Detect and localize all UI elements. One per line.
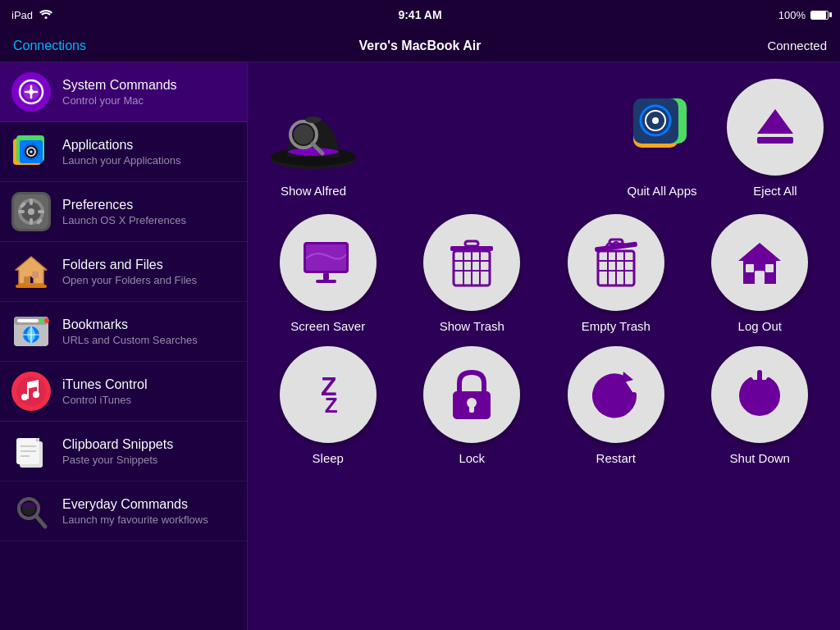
quit-all-apps-button[interactable]: Quit All Apps	[614, 87, 710, 198]
applications-title: Applications	[62, 138, 235, 153]
sidebar-item-bookmarks[interactable]: Bookmarks URLs and Custom Searches	[0, 302, 247, 362]
svg-rect-87	[765, 264, 774, 272]
sleep-icon: Z Z	[280, 346, 377, 443]
sidebar: System Commands Control your Mac	[0, 62, 248, 630]
bookmarks-subtitle: URLs and Custom Searches	[62, 334, 235, 346]
sidebar-item-everyday[interactable]: Everyday Commands Launch my favourite wo…	[0, 482, 247, 541]
svg-point-60	[652, 117, 659, 124]
svg-rect-66	[323, 273, 329, 280]
svg-rect-64	[306, 244, 346, 271]
svg-line-46	[36, 516, 45, 527]
svg-point-9	[30, 151, 33, 153]
svg-point-29	[44, 318, 49, 323]
command-grid-row2: Z Z Sleep	[264, 346, 824, 465]
svg-rect-67	[316, 280, 336, 283]
restart-button[interactable]: Restart	[552, 346, 680, 465]
sidebar-item-folders[interactable]: Folders and Files Open your Folders and …	[0, 242, 247, 302]
sleep-button[interactable]: Z Z Sleep	[264, 346, 392, 465]
applications-text: Applications Launch your Applications	[62, 138, 235, 167]
sidebar-item-clipboard[interactable]: Clipboard Snippets Paste your Snippets	[0, 422, 247, 482]
quit-all-apps-icon	[614, 87, 710, 176]
svg-point-35	[21, 394, 28, 400]
svg-point-51	[294, 125, 313, 144]
shut-down-label: Shut Down	[730, 451, 790, 465]
show-trash-button[interactable]: Show Trash	[409, 214, 536, 333]
shut-down-icon	[711, 346, 808, 443]
empty-trash-button[interactable]: Empty Trash	[552, 214, 680, 333]
svg-point-47	[20, 503, 38, 508]
log-out-icon	[711, 214, 808, 311]
bookmarks-text: Bookmarks URLs and Custom Searches	[62, 317, 235, 346]
sleep-label: Sleep	[313, 451, 344, 465]
applications-icon	[11, 132, 51, 171]
lock-icon	[423, 346, 520, 443]
system-commands-icon	[11, 72, 51, 112]
svg-marker-61	[757, 109, 793, 134]
svg-rect-90	[469, 404, 474, 413]
connection-status: Connected	[767, 39, 827, 52]
everyday-subtitle: Launch my favourite workflows	[62, 514, 235, 526]
eject-all-button[interactable]: Eject All	[727, 79, 824, 198]
shut-down-button[interactable]: Shut Down	[696, 346, 824, 465]
everyday-title: Everyday Commands	[62, 497, 235, 512]
svg-rect-15	[30, 218, 33, 225]
screen-saver-icon	[280, 214, 377, 311]
svg-rect-16	[18, 210, 25, 213]
preferences-icon	[11, 192, 51, 231]
status-left: iPad	[11, 9, 52, 21]
empty-trash-icon	[568, 214, 664, 311]
svg-rect-37	[27, 389, 29, 399]
sidebar-item-itunes[interactable]: iTunes Control Control iTunes	[0, 362, 247, 422]
everyday-text: Everyday Commands Launch my favourite wo…	[62, 497, 235, 526]
show-alfred-button[interactable]: Show Alfred	[264, 87, 363, 198]
sidebar-item-applications[interactable]: Applications Launch your Applications	[0, 122, 247, 182]
eject-all-icon	[727, 79, 824, 176]
svg-point-34	[16, 377, 46, 406]
wifi-icon	[39, 9, 52, 21]
itunes-text: iTunes Control Control iTunes	[62, 377, 235, 406]
svg-marker-20	[16, 257, 47, 286]
itunes-icon	[11, 372, 51, 411]
restart-icon	[568, 346, 664, 443]
everyday-icon	[11, 491, 51, 531]
bookmarks-title: Bookmarks	[62, 317, 235, 332]
itunes-subtitle: Control iTunes	[62, 394, 235, 406]
itunes-title: iTunes Control	[62, 377, 235, 392]
lock-label: Lock	[459, 451, 485, 465]
status-right: 100%	[778, 9, 829, 21]
svg-rect-86	[746, 264, 754, 272]
screen-saver-button[interactable]: Screen Saver	[264, 214, 392, 333]
sidebar-item-preferences[interactable]: Preferences Launch OS X Preferences	[0, 182, 247, 242]
status-time: 9:41 AM	[398, 8, 441, 21]
restart-label: Restart	[596, 451, 636, 465]
show-trash-label: Show Trash	[440, 319, 504, 333]
applications-subtitle: Launch your Applications	[62, 154, 235, 167]
system-commands-subtitle: Control your Mac	[62, 94, 235, 107]
eject-all-label: Eject All	[753, 184, 797, 198]
clipboard-subtitle: Paste your Snippets	[62, 454, 235, 466]
svg-point-53	[305, 116, 322, 123]
svg-rect-17	[38, 210, 44, 213]
main-layout: System Commands Control your Mac	[0, 62, 840, 630]
svg-rect-75	[465, 241, 478, 246]
clipboard-title: Clipboard Snippets	[62, 437, 235, 452]
svg-rect-24	[16, 285, 47, 288]
svg-point-13	[28, 208, 34, 215]
nav-bar: Connections Vero's MacBook Air Connected	[0, 30, 840, 62]
show-trash-icon	[423, 214, 520, 311]
log-out-label: Log Out	[738, 319, 782, 333]
device-title: Vero's MacBook Air	[358, 39, 481, 53]
status-bar: iPad 9:41 AM 100%	[0, 0, 840, 30]
preferences-subtitle: Launch OS X Preferences	[62, 214, 235, 226]
lock-button[interactable]: Lock	[409, 346, 536, 465]
log-out-button[interactable]: Log Out	[696, 214, 824, 333]
folders-icon	[11, 252, 51, 291]
battery-percent: 100%	[778, 9, 806, 21]
folders-title: Folders and Files	[62, 258, 235, 272]
preferences-title: Preferences	[62, 198, 235, 212]
svg-rect-62	[757, 137, 793, 144]
device-label: iPad	[11, 9, 33, 21]
bookmarks-icon	[11, 312, 51, 351]
sidebar-item-system-commands[interactable]: System Commands Control your Mac	[0, 62, 247, 122]
connections-button[interactable]: Connections	[13, 39, 86, 53]
